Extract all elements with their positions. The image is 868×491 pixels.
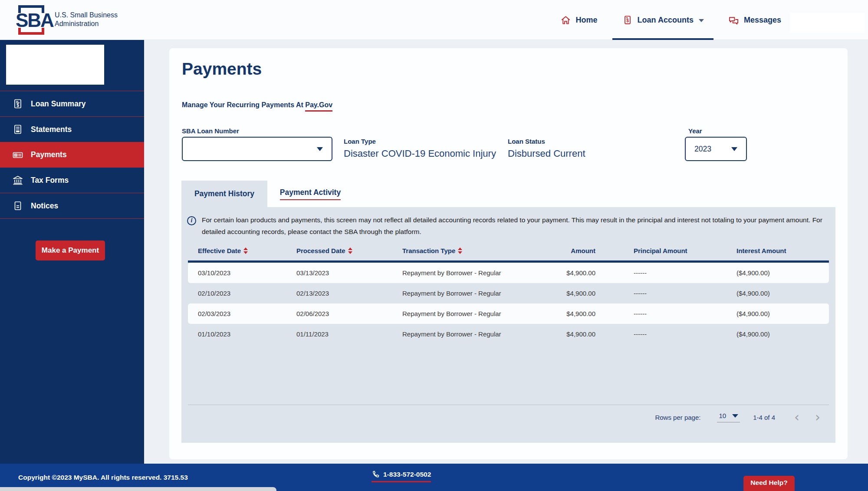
browser-status-strip (0, 487, 276, 491)
document-icon (12, 124, 23, 135)
pay-gov-link[interactable]: Pay.Gov (305, 101, 332, 112)
table-row: 01/10/2023 01/11/2023 Repayment by Borro… (188, 324, 829, 344)
column-header-effective-date[interactable]: Effective Date (198, 247, 296, 254)
table-row: 02/10/2023 02/13/2023 Repayment by Borro… (188, 283, 829, 303)
need-help-button[interactable]: Need Help? (743, 476, 795, 491)
sidebar-item-notices[interactable]: Notices (0, 193, 144, 219)
loan-accounts-icon: $ (622, 15, 633, 25)
column-header-principal-amount: Principal Amount (595, 247, 736, 254)
sidebar-item-statements[interactable]: Statements (0, 117, 144, 142)
phone-icon (372, 470, 380, 478)
loan-number-label: SBA Loan Number (182, 127, 239, 135)
nav-home[interactable]: Home (560, 0, 598, 40)
sidebar-item-tax-forms[interactable]: Tax Forms (0, 168, 144, 193)
payments-table: Effective Date Processed Date Transactio… (188, 241, 829, 344)
pagination-range: 1-4 of 4 (753, 414, 775, 421)
chevron-left-icon[interactable]: ‹ (794, 411, 799, 424)
sort-icon[interactable] (243, 247, 248, 254)
bank-building-icon (12, 175, 23, 185)
app-header: SBA U.S. Small Business Administration H… (0, 0, 868, 40)
document-lines-icon (12, 201, 23, 211)
year-select[interactable]: 2023 (685, 137, 747, 161)
payment-check-icon: $ (12, 150, 23, 160)
redacted-account-box (6, 45, 104, 85)
table-row: 02/03/2023 02/06/2023 Repayment by Borro… (188, 303, 829, 324)
table-header-row: Effective Date Processed Date Transactio… (188, 241, 829, 260)
phone-number: 1-833-572-0502 (383, 471, 431, 478)
sba-logo: SBA (16, 3, 47, 36)
sort-icon[interactable] (348, 247, 352, 254)
loan-status-label: Loan Status (508, 138, 545, 145)
recurring-payments-line: Manage Your Recurring Payments At Pay.Go… (182, 101, 332, 109)
svg-text:$: $ (16, 103, 19, 108)
loan-status-value: Disbursed Current (508, 148, 585, 159)
chevron-down-icon (317, 147, 323, 151)
redacted-username-box (790, 13, 865, 33)
org-name: U.S. Small Business Administration (55, 11, 118, 28)
chevron-down-icon (699, 19, 704, 22)
column-header-processed-date[interactable]: Processed Date (296, 247, 402, 254)
home-icon (560, 15, 572, 25)
sidebar: $ Loan Summary Statements $ (0, 40, 144, 464)
chevron-down-icon (731, 147, 737, 151)
chevron-right-icon[interactable]: › (815, 411, 820, 424)
column-header-amount: Amount (544, 247, 595, 254)
document-dollar-icon: $ (12, 99, 23, 109)
sidebar-item-payments[interactable]: $ Payments (0, 142, 144, 168)
sba-brand: SBA U.S. Small Business Administration (16, 3, 118, 36)
svg-text:$: $ (15, 153, 17, 157)
pagination: Rows per page: 10 1-4 of 4 ‹ › (188, 405, 829, 429)
sort-icon[interactable] (458, 247, 462, 254)
rows-per-page-label: Rows per page: (655, 414, 700, 421)
sidebar-menu: $ Loan Summary Statements $ (0, 91, 144, 219)
table-row: 03/10/2023 03/13/2023 Repayment by Borro… (188, 263, 829, 283)
tab-payment-activity[interactable]: Payment Activity (267, 181, 353, 207)
tab-payment-history[interactable]: Payment History (181, 181, 267, 207)
column-header-interest-amount: Interest Amount (736, 247, 822, 254)
loan-type-value: Disaster COVID-19 Economic Injury (344, 148, 496, 159)
make-a-payment-button[interactable]: Make a Payment (36, 241, 105, 260)
sba-logo-bottom-bracket (18, 28, 44, 35)
loan-number-select[interactable] (182, 137, 332, 161)
payment-history-panel: i For certain loan products and payments… (181, 207, 835, 443)
year-value: 2023 (694, 145, 711, 154)
info-banner-text: For certain loan products and payments, … (202, 214, 826, 237)
info-banner: i For certain loan products and payments… (181, 207, 835, 237)
rows-per-page-select[interactable]: 10 (717, 412, 740, 422)
column-header-transaction-type[interactable]: Transaction Type (402, 247, 544, 254)
year-label: Year (688, 127, 702, 135)
sidebar-item-loan-summary[interactable]: $ Loan Summary (0, 91, 144, 117)
nav-loan-accounts[interactable]: $ Loan Accounts (622, 0, 704, 40)
chevron-down-icon (732, 414, 738, 418)
loan-type-label: Loan Type (344, 138, 376, 145)
svg-text:$: $ (626, 18, 629, 23)
support-phone-link[interactable]: 1-833-572-0502 (372, 470, 431, 482)
page-title: Payments (182, 59, 262, 79)
info-icon: i (187, 216, 196, 225)
messages-icon (728, 15, 740, 25)
nav-messages[interactable]: Messages (728, 0, 781, 40)
main-content-card: Payments Manage Your Recurring Payments … (169, 48, 848, 459)
top-nav: Home $ Loan Accounts Messages (560, 0, 781, 40)
